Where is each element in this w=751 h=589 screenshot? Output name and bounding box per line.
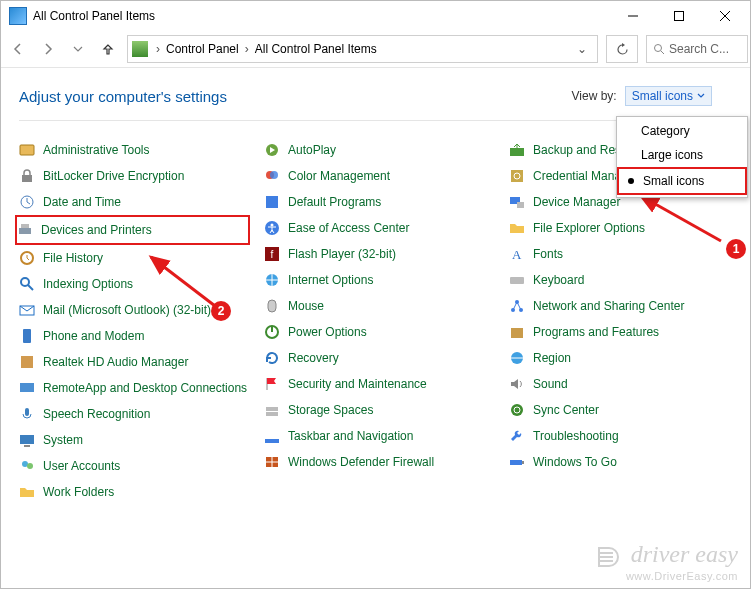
accessibility-icon [264,220,280,236]
maximize-button[interactable] [656,1,702,31]
svg-point-12 [21,278,29,286]
page-heading: Adjust your computer's settings [19,88,227,105]
cp-item-troubleshooting[interactable]: Troubleshooting [509,423,740,449]
cp-item-system[interactable]: System [19,427,250,453]
forward-button[interactable] [33,34,63,64]
svg-point-22 [27,463,33,469]
cp-item-work-folders[interactable]: Work Folders [19,479,250,505]
backup-icon [509,142,525,158]
svg-rect-32 [268,300,276,312]
drive-icon [264,402,280,418]
sound-icon [509,376,525,392]
cp-item-bitlocker[interactable]: BitLocker Drive Encryption [19,163,250,189]
close-button[interactable] [702,1,748,31]
cp-item-devices-printers[interactable]: Devices and Printers [15,215,250,245]
svg-rect-36 [266,412,278,416]
svg-rect-35 [266,407,278,411]
svg-rect-49 [511,328,523,338]
refresh-button[interactable] [606,35,638,63]
breadcrumb-root[interactable]: Control Panel [166,42,239,56]
window-title: All Control Panel Items [33,9,610,23]
cp-item-taskbar-navigation[interactable]: Taskbar and Navigation [264,423,495,449]
cp-item-phone-modem[interactable]: Phone and Modem [19,323,250,349]
dropdown-option-large-icons[interactable]: Large icons [617,143,747,167]
svg-rect-20 [24,445,30,447]
folder-icon [19,484,35,500]
cp-item-internet-options[interactable]: Internet Options [264,267,495,293]
cp-item-sync-center[interactable]: Sync Center [509,397,740,423]
sync-icon [509,402,525,418]
view-by-dropdown: Category Large icons Small icons [616,116,748,198]
cp-item-power-options[interactable]: Power Options [264,319,495,345]
svg-rect-45 [510,277,524,284]
address-dropdown-icon[interactable]: ⌄ [571,42,593,56]
taskbar-icon [264,428,280,444]
cp-item-network-sharing[interactable]: Network and Sharing Center [509,293,740,319]
search-options-icon [19,276,35,292]
svg-rect-15 [23,329,31,343]
cp-item-color-management[interactable]: Color Management [264,163,495,189]
column-2: AutoPlay Color Management Default Progra… [264,137,495,505]
svg-rect-1 [675,12,684,21]
history-icon [19,250,35,266]
cp-item-realtek[interactable]: Realtek HD Audio Manager [19,349,250,375]
color-icon [264,168,280,184]
cp-item-security-maintenance[interactable]: Security and Maintenance [264,371,495,397]
cp-item-default-programs[interactable]: Default Programs [264,189,495,215]
recent-menu-button[interactable] [63,34,93,64]
breadcrumb-current[interactable]: All Control Panel Items [255,42,377,56]
speaker-icon [19,354,35,370]
svg-rect-37 [265,439,279,443]
minimize-button[interactable] [610,1,656,31]
cp-item-sound[interactable]: Sound [509,371,740,397]
svg-rect-6 [20,145,34,155]
mail-icon [19,302,35,318]
cp-item-programs-features[interactable]: Programs and Features [509,319,740,345]
cp-item-autoplay[interactable]: AutoPlay [264,137,495,163]
control-panel-path-icon [132,41,148,57]
tools-icon [19,142,35,158]
cp-item-recovery[interactable]: Recovery [264,345,495,371]
cp-item-remoteapp[interactable]: RemoteApp and Desktop Connections [19,375,250,401]
svg-rect-17 [20,383,34,392]
svg-rect-43 [517,202,524,208]
svg-point-25 [270,171,278,179]
dropdown-option-category[interactable]: Category [617,119,747,143]
cp-item-mouse[interactable]: Mouse [264,293,495,319]
svg-point-28 [271,224,274,227]
up-button[interactable] [93,34,123,64]
svg-point-4 [655,45,662,52]
device-manager-icon [509,194,525,210]
svg-text:f: f [271,249,274,260]
cp-item-administrative-tools[interactable]: Administrative Tools [19,137,250,163]
cp-item-speech[interactable]: Speech Recognition [19,401,250,427]
address-bar[interactable]: › Control Panel › All Control Panel Item… [127,35,598,63]
programs-icon [264,194,280,210]
cp-item-region[interactable]: Region [509,345,740,371]
column-1: Administrative Tools BitLocker Drive Enc… [19,137,250,505]
view-by-label: View by: [572,89,617,103]
flash-icon: f [264,246,280,262]
cp-item-windows-firewall[interactable]: Windows Defender Firewall [264,449,495,475]
mouse-icon [264,298,280,314]
flag-icon [264,376,280,392]
back-button[interactable] [3,34,33,64]
cp-item-flash-player[interactable]: fFlash Player (32-bit) [264,241,495,267]
cp-item-ease-of-access[interactable]: Ease of Access Center [264,215,495,241]
selected-dot-icon [628,178,634,184]
dropdown-option-small-icons[interactable]: Small icons [617,167,747,195]
cp-item-user-accounts[interactable]: User Accounts [19,453,250,479]
printer-icon [17,222,33,238]
search-input[interactable]: Search C... [646,35,748,63]
cp-item-windows-to-go[interactable]: Windows To Go [509,449,740,475]
svg-rect-18 [25,408,29,416]
cp-item-date-time[interactable]: Date and Time [19,189,250,215]
cp-item-storage-spaces[interactable]: Storage Spaces [264,397,495,423]
network-icon [509,298,525,314]
cp-item-keyboard[interactable]: Keyboard [509,267,740,293]
annotation-arrow-1 [621,191,731,251]
clock-icon [19,194,35,210]
system-icon [19,432,35,448]
mic-icon [19,406,35,422]
view-by-value[interactable]: Small icons [625,86,712,106]
